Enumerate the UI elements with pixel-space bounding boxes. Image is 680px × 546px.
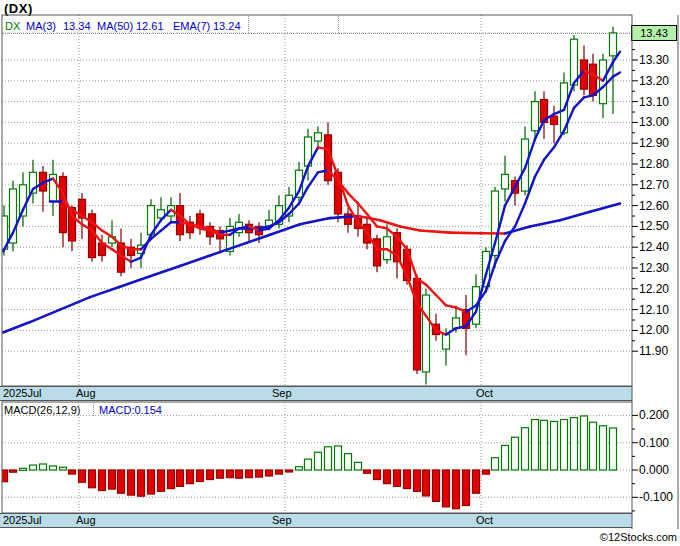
panel-borders: [2, 15, 678, 529]
price-axis-label: 13.20: [639, 74, 669, 88]
candle-up: [384, 237, 391, 260]
month-label: 2025Jul: [3, 514, 42, 526]
price-axis-label: 12.30: [639, 261, 669, 275]
macd-bar-down: [118, 470, 125, 493]
candle-up: [296, 170, 303, 197]
candle-down: [89, 214, 96, 258]
price-axis-label: 12.50: [639, 219, 669, 233]
legend-ma50-value: 12.61: [136, 20, 164, 32]
candlestick-layer: [1, 27, 617, 385]
month-label: Oct: [476, 387, 493, 399]
candle-down: [207, 226, 214, 236]
macd-bar-down: [423, 470, 430, 496]
date-axis-band-main: 2025JulAugSepOct: [0, 386, 632, 401]
candle-down: [581, 60, 588, 89]
candle-up: [266, 220, 273, 226]
macd-bar-up: [325, 447, 332, 470]
macd-bar-down: [443, 470, 450, 507]
macd-bar-down: [433, 470, 440, 501]
candle-up: [315, 133, 322, 141]
legend-ma3-label: MA(3): [26, 20, 56, 32]
candle-up: [168, 206, 175, 216]
month-label: Oct: [476, 514, 493, 526]
candle-down: [40, 172, 47, 191]
price-and-macd-chart: [0, 0, 680, 546]
ma3-line: [3, 52, 620, 335]
macd-bar-up: [315, 452, 322, 470]
candle-up: [502, 174, 509, 189]
macd-histogram-layer: [1, 416, 617, 509]
candle-up: [305, 137, 312, 166]
candle-up: [532, 102, 539, 131]
macd-bar-up: [610, 428, 617, 470]
macd-bar-up: [20, 468, 27, 470]
macd-bar-down: [453, 470, 460, 509]
legend-ma50-label: MA(50): [97, 20, 133, 32]
legend-symbol: DX: [5, 20, 20, 32]
macd-bar-down: [374, 470, 381, 480]
macd-bar-up: [305, 459, 312, 470]
macd-value-label: MACD:0.154: [99, 404, 162, 416]
macd-bar-down: [168, 470, 175, 489]
last-price-badge: 13.43: [631, 25, 677, 41]
copyright-link[interactable]: ©12Stocks.com: [600, 531, 677, 543]
macd-bar-down: [109, 470, 116, 489]
macd-bar-down: [227, 470, 234, 478]
candle-up: [109, 237, 116, 243]
macd-axis-label: 0.100: [639, 436, 669, 450]
macd-bar-up: [60, 467, 67, 470]
price-axis-label: 12.40: [639, 240, 669, 254]
macd-params-label: MACD(26,12,9): [4, 404, 80, 416]
price-axis-label: 12.10: [639, 303, 669, 317]
macd-axis-label: 0.000: [639, 463, 669, 477]
price-axis-label: 11.90: [639, 344, 668, 358]
candle-up: [423, 295, 430, 372]
candle-down: [512, 181, 519, 193]
macd-bar-down: [256, 470, 263, 477]
candle-down: [414, 278, 421, 370]
macd-bar-up: [561, 419, 568, 470]
macd-bar-up: [492, 458, 499, 470]
candle-up: [522, 139, 529, 191]
macd-gridlines: [2, 402, 632, 513]
price-axis-label: 12.20: [639, 282, 669, 296]
macd-plot-area: [1, 402, 633, 513]
macd-bar-down: [483, 470, 490, 474]
candle-down: [335, 172, 342, 214]
price-axis-label: 13.30: [639, 53, 669, 67]
candle-down: [128, 247, 135, 255]
candle-up: [236, 222, 243, 232]
price-axis-label: 12.80: [639, 157, 669, 171]
price-axis-label: 12.60: [639, 199, 669, 213]
candle-down: [60, 176, 67, 232]
candle-up: [227, 226, 234, 251]
month-label: Aug: [76, 387, 96, 399]
candle-up: [276, 206, 283, 225]
candle-down: [541, 100, 548, 123]
macd-bar-down: [276, 470, 283, 474]
price-gridlines: [2, 15, 632, 386]
macd-bar-down: [99, 470, 106, 490]
macd-bar-down: [1, 470, 8, 482]
candle-up: [138, 245, 145, 253]
macd-bar-down: [217, 470, 224, 478]
macd-bar-up: [590, 422, 597, 470]
candle-up: [443, 335, 450, 350]
macd-bar-up: [335, 446, 342, 470]
candle-down: [355, 218, 362, 228]
macd-bar-down: [10, 470, 17, 472]
candle-down: [364, 224, 371, 243]
legend-separator: [248, 16, 249, 33]
month-label: Aug: [76, 514, 96, 526]
candle-up: [50, 174, 57, 201]
macd-bar-down: [384, 470, 391, 484]
legend-ema7-value: 13.24: [213, 20, 241, 32]
macd-bar-down: [404, 470, 411, 489]
candle-up: [492, 191, 499, 255]
legend-separator: [338, 16, 339, 33]
macd-bar-down: [463, 470, 470, 505]
price-plot-area: [1, 15, 633, 386]
macd-bar-down: [138, 470, 145, 496]
macd-bar-up: [345, 454, 352, 470]
macd-bar-down: [69, 470, 76, 474]
